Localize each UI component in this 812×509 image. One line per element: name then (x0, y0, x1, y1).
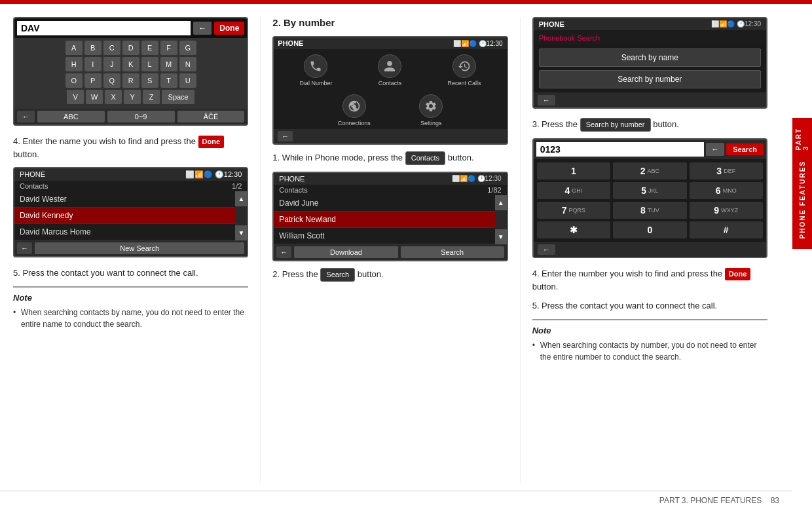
scroll-down-btn[interactable]: ▼ (235, 225, 247, 240)
download-btn[interactable]: Download (294, 246, 397, 258)
keyboard-back-btn[interactable]: ← (193, 22, 212, 35)
numkey-9[interactable]: 9WXYZ (690, 202, 763, 219)
key-t[interactable]: T (160, 73, 177, 88)
contact-item-3[interactable]: David Marcus Home (14, 224, 235, 240)
icon-dial[interactable]: Dial Number (299, 54, 332, 86)
key-u[interactable]: U (179, 73, 196, 88)
numpad-input[interactable]: 0123 (536, 142, 705, 157)
search-by-name-btn[interactable]: Search by name (539, 48, 761, 67)
note-col1: Note When searching contacts by name, yo… (13, 286, 248, 330)
key-o[interactable]: O (65, 73, 83, 88)
key-y[interactable]: Y (124, 90, 141, 104)
key-e[interactable]: E (141, 41, 158, 55)
key-n[interactable]: N (179, 57, 196, 71)
numkey-4[interactable]: 4GHI (537, 182, 610, 199)
contacts-title: PHONE (20, 170, 45, 179)
key-z[interactable]: Z (143, 90, 160, 104)
settings-label: Settings (420, 120, 442, 126)
side-tab-part-number: PART3 (795, 128, 809, 150)
side-tab: PART3 PHONE FEATURES (792, 118, 812, 249)
key-d[interactable]: D (122, 41, 139, 55)
contacts-lg-back-btn[interactable]: ← (276, 246, 291, 258)
search-btn-lg[interactable]: Search (401, 246, 504, 258)
done-btn-inline: Done (198, 136, 225, 148)
key-p[interactable]: P (84, 73, 101, 88)
key-space[interactable]: Space (162, 90, 194, 104)
recent-label: Recent Calls (448, 80, 481, 86)
key-w[interactable]: W (86, 90, 103, 104)
note-title-col3: Note (532, 326, 767, 335)
kb-back-nav[interactable]: ← (17, 111, 35, 123)
key-i[interactable]: I (84, 57, 101, 71)
key-k[interactable]: K (122, 57, 139, 71)
key-x[interactable]: X (105, 90, 122, 104)
connections-icon (342, 94, 366, 118)
kb-mode-special[interactable]: ÂĈÊ (177, 111, 245, 123)
keyboard-input[interactable]: DAV (17, 21, 191, 35)
contacts-large-screen: PHONE ⬜📶🔵 🕐12:30 Contacts 1/82 David Jun… (272, 172, 507, 261)
search-by-number-btn[interactable]: Search by number (539, 70, 761, 88)
numpad-search-btn[interactable]: Search (726, 143, 764, 155)
contacts-status: ⬜📶🔵 🕐12:30 (185, 170, 242, 179)
numpad-footer-back-btn[interactable]: ← (538, 244, 555, 255)
contact-lg-2[interactable]: Patrick Newland (274, 212, 494, 228)
icon-settings[interactable]: Settings (419, 94, 443, 126)
contact-item-1[interactable]: David Wester (14, 191, 235, 208)
kb-mode-abc[interactable]: ABC (37, 111, 105, 123)
key-j[interactable]: J (103, 57, 120, 71)
phone-home-screen: PHONE ⬜📶🔵 🕐12:30 Dial Number Contacts (272, 36, 507, 145)
numkey-8[interactable]: 8TUV (613, 202, 686, 219)
main-content: DAV ← Done A B C D E F G H I J K (0, 4, 792, 489)
scroll-up-btn[interactable]: ▲ (235, 191, 247, 206)
numkey-1[interactable]: 1 (537, 162, 610, 179)
icon-recent[interactable]: Recent Calls (448, 54, 481, 86)
col2: 2. By number PHONE ⬜📶🔵 🕐12:30 Dial Numbe… (260, 17, 519, 483)
step1-text-col2: 1. While in Phone mode, press the Contac… (272, 151, 507, 165)
key-v[interactable]: V (67, 90, 84, 104)
step5-text-col1: 5. Press the contact you want to connect… (13, 267, 248, 280)
phonebook-status: ⬜📶🔵 🕐12:30 (711, 20, 761, 28)
contact-lg-1[interactable]: David June (274, 195, 494, 212)
key-f[interactable]: F (160, 41, 177, 55)
note-col3: Note When searching contacts by number, … (532, 319, 767, 363)
phone-home-back-btn[interactable]: ← (278, 131, 293, 141)
numkey-star[interactable]: ✱ (537, 221, 610, 238)
step4-text-col1: 4. Enter the name you wish to find and p… (13, 135, 248, 160)
numkey-3[interactable]: 3DEF (690, 162, 763, 179)
contacts-back-btn[interactable]: ← (17, 242, 32, 254)
numpad-back-btn[interactable]: ← (706, 143, 724, 156)
numkey-6[interactable]: 6MNO (690, 182, 763, 199)
key-c[interactable]: C (103, 41, 120, 55)
scroll-down-lg[interactable]: ▼ (495, 229, 507, 244)
key-a[interactable]: A (65, 41, 83, 55)
contacts-icon (378, 54, 401, 78)
key-m[interactable]: M (160, 57, 177, 71)
search-btn-inline: Search (320, 268, 355, 282)
col1: DAV ← Done A B C D E F G H I J K (13, 17, 260, 483)
page-number: 83 (771, 496, 779, 505)
contacts-screen-col1: PHONE ⬜📶🔵 🕐12:30 Contacts 1/2 David West… (13, 167, 248, 257)
key-h[interactable]: H (65, 57, 83, 71)
keyboard-done-btn[interactable]: Done (214, 22, 244, 35)
key-l[interactable]: L (141, 57, 158, 71)
numkey-hash[interactable]: # (690, 221, 763, 238)
key-b[interactable]: B (84, 41, 101, 55)
new-search-btn[interactable]: New Search (35, 242, 244, 254)
page-footer: PART 3. PHONE FEATURES 83 (0, 491, 792, 509)
key-q[interactable]: Q (103, 73, 120, 88)
key-r[interactable]: R (122, 73, 139, 88)
contact-item-2[interactable]: David Kennedy (14, 208, 235, 224)
icon-contacts[interactable]: Contacts (378, 54, 401, 86)
numkey-0[interactable]: 0 (613, 221, 686, 238)
numkey-5[interactable]: 5JKL (613, 182, 686, 199)
numkey-2[interactable]: 2ABC (613, 162, 686, 179)
dial-icon (304, 54, 327, 78)
kb-mode-09[interactable]: 0~9 (107, 111, 175, 123)
icon-connections[interactable]: Connections (338, 94, 371, 126)
scroll-up-lg[interactable]: ▲ (495, 195, 507, 210)
numkey-7[interactable]: 7PQRS (537, 202, 610, 219)
key-g[interactable]: G (179, 41, 196, 55)
phonebook-back-btn[interactable]: ← (538, 95, 555, 105)
contact-lg-3[interactable]: William Scott (274, 228, 494, 244)
key-s[interactable]: S (141, 73, 158, 88)
